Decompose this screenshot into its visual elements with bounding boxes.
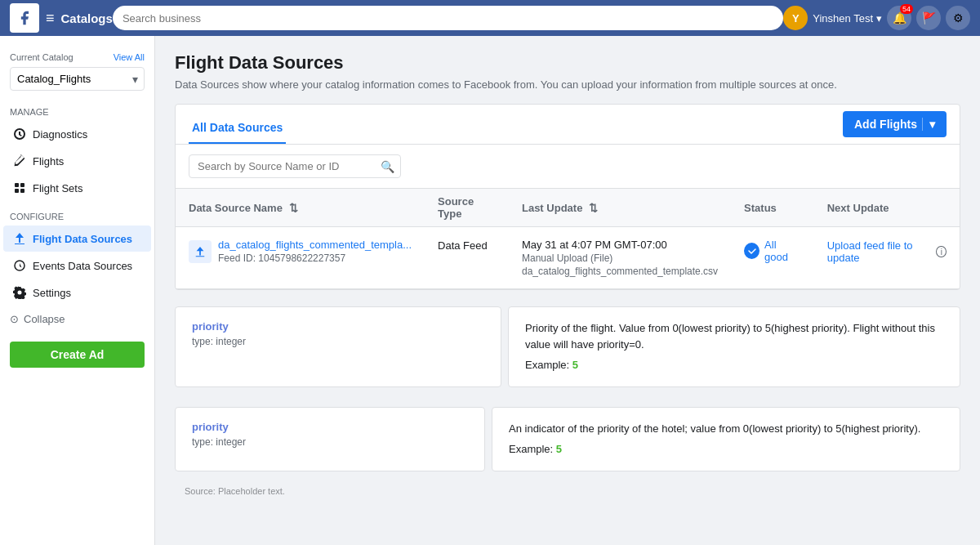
catalog-section: Current Catalog View All Catalog_Flights: [0, 46, 154, 97]
info-icon[interactable]: i: [936, 246, 947, 257]
flights-label: Flights: [33, 155, 64, 168]
cell-last-update: May 31 at 4:07 PM GMT-07:00 Manual Uploa…: [509, 227, 731, 289]
data-sources-table: Data Source Name ⇅ Source Type Last Upda…: [176, 188, 960, 289]
card-priority-1-desc: Priority of the flight. Value from 0(low…: [508, 306, 960, 387]
flight-data-sources-label: Flight Data Sources: [33, 233, 132, 245]
page-title: Flight Data Sources: [175, 52, 960, 74]
menu-icon: ≡: [46, 10, 55, 27]
catalog-label: Current Catalog View All: [10, 52, 145, 62]
sidebar-item-flight-data-sources[interactable]: Flight Data Sources: [3, 226, 151, 252]
user-menu[interactable]: Yinshen Test ▾: [813, 12, 882, 25]
diagnostics-icon: [13, 127, 26, 141]
priority-desc-2: An indicator of the priority of the hote…: [509, 421, 943, 437]
create-ad-button[interactable]: Create Ad: [10, 342, 145, 368]
col-next-update-header: Next Update: [814, 189, 960, 227]
source-note: Source: Placeholder text.: [175, 481, 960, 501]
settings-button[interactable]: ⚙: [946, 6, 970, 30]
table-row: da_catalog_flights_commented_templa... F…: [176, 227, 960, 289]
content-card: All Data Sources Add Flights ▾ 🔍 Dat: [175, 104, 960, 290]
settings-icon: [13, 286, 26, 299]
priority-keyword-1: priority: [192, 320, 484, 333]
flag-icon: 🚩: [922, 11, 936, 25]
bottom-section: priority type: integer Priority of the f…: [175, 306, 960, 501]
sidebar-item-events-data-sources[interactable]: Events Data Sources: [3, 252, 151, 279]
sidebar-item-flight-sets[interactable]: Flight Sets: [3, 175, 151, 201]
card-priority-1: priority type: integer: [175, 306, 501, 387]
svg-rect-1: [20, 183, 24, 187]
notifications-button[interactable]: 🔔 54: [887, 6, 911, 30]
search-input[interactable]: [189, 154, 401, 178]
card-priority-2-desc: An indicator of the priority of the hote…: [492, 407, 960, 471]
dropdown-arrow-icon: ▾: [922, 118, 935, 131]
events-data-sources-label: Events Data Sources: [33, 260, 132, 272]
flights-icon: [13, 154, 26, 168]
catalog-select-wrap: Catalog_Flights: [10, 67, 145, 91]
main-content: Flight Data Sources Data Sources show wh…: [155, 36, 980, 545]
next-update-info: Upload feed file to update i: [827, 239, 947, 264]
status-badge: All good: [744, 239, 801, 263]
priority-example-2: Example: 5: [509, 441, 943, 458]
upload-icon: [13, 232, 26, 245]
nav-actions: Y Yinshen Test ▾ 🔔 54 🚩 ⚙: [783, 6, 970, 30]
cell-next-update: Upload feed file to update i: [814, 227, 960, 289]
priority-desc-1: Priority of the flight. Value from 0(low…: [525, 320, 943, 352]
diagnostics-label: Diagnostics: [33, 128, 87, 141]
search-icon: 🔍: [381, 160, 394, 173]
add-flights-button[interactable]: Add Flights ▾: [843, 111, 947, 137]
configure-section-label: Configure: [0, 202, 154, 225]
layout: Current Catalog View All Catalog_Flights…: [0, 36, 980, 545]
col-source-header: Source Type: [425, 189, 509, 227]
search-input[interactable]: [113, 6, 783, 30]
data-source-link[interactable]: da_catalog_flights_commented_templa...: [218, 239, 412, 251]
view-all-link[interactable]: View All: [114, 52, 145, 62]
catalog-select[interactable]: Catalog_Flights: [10, 67, 145, 91]
col-name-header: Data Source Name ⇅: [176, 189, 425, 227]
user-avatar: Y: [783, 6, 808, 30]
flag-button[interactable]: 🚩: [916, 6, 941, 30]
facebook-logo: [10, 3, 39, 33]
card-priority-2: priority type: integer: [175, 407, 485, 471]
source-note-bar: Source: Placeholder text.: [175, 481, 960, 501]
notification-badge: 54: [900, 4, 913, 14]
collapse-icon: ⊙: [10, 313, 19, 325]
cell-status: All good: [731, 227, 814, 289]
chevron-down-icon: ▾: [876, 12, 882, 25]
search-bar: 🔍: [176, 145, 960, 188]
table-header-row: Data Source Name ⇅ Source Type Last Upda…: [176, 189, 960, 227]
next-update-link[interactable]: Upload feed file to update: [827, 239, 933, 264]
collapse-button[interactable]: ⊙ Collapse: [0, 306, 154, 332]
sidebar-item-flights[interactable]: Flights: [3, 148, 151, 174]
card-row-2: priority type: integer An indicator of t…: [175, 407, 960, 471]
cell-source-type: Data Feed: [425, 227, 509, 289]
page-description: Data Sources show where your catalog inf…: [175, 78, 960, 91]
flight-sets-label: Flight Sets: [33, 182, 82, 194]
svg-rect-3: [20, 189, 24, 193]
upload-icon-cell: [189, 240, 212, 263]
tab-bar: All Data Sources Add Flights ▾: [176, 105, 960, 145]
last-update-sort-icon[interactable]: ⇅: [589, 202, 598, 214]
svg-rect-0: [15, 183, 19, 187]
priority-type-1: type: integer: [192, 336, 484, 347]
sidebar-item-settings[interactable]: Settings: [3, 279, 151, 306]
app-title: ≡ Catalogs: [46, 10, 113, 27]
priority-keyword-2: priority: [192, 421, 468, 433]
settings-label: Settings: [33, 287, 71, 299]
flight-sets-icon: [13, 181, 26, 194]
sidebar: Current Catalog View All Catalog_Flights…: [0, 36, 155, 545]
card-row-1: priority type: integer Priority of the f…: [175, 306, 960, 387]
sort-icon[interactable]: ⇅: [289, 202, 298, 214]
cell-name: da_catalog_flights_commented_templa... F…: [176, 227, 425, 289]
priority-type-2: type: integer: [192, 436, 468, 448]
status-text: All good: [764, 239, 801, 263]
feed-id: Feed ID: 1045798622227357: [218, 252, 412, 264]
col-status-header: Status: [731, 189, 814, 227]
status-check-icon: [744, 243, 760, 259]
search-area: [113, 6, 783, 30]
svg-rect-2: [15, 189, 19, 193]
top-navigation: ≡ Catalogs Y Yinshen Test ▾ 🔔 54 🚩 ⚙: [0, 0, 980, 36]
search-wrap: 🔍: [189, 154, 401, 178]
gear-icon: ⚙: [953, 11, 964, 25]
sidebar-item-diagnostics[interactable]: Diagnostics: [3, 121, 151, 147]
tab-all-data-sources[interactable]: All Data Sources: [189, 111, 286, 144]
manage-section-label: Manage: [0, 97, 154, 120]
